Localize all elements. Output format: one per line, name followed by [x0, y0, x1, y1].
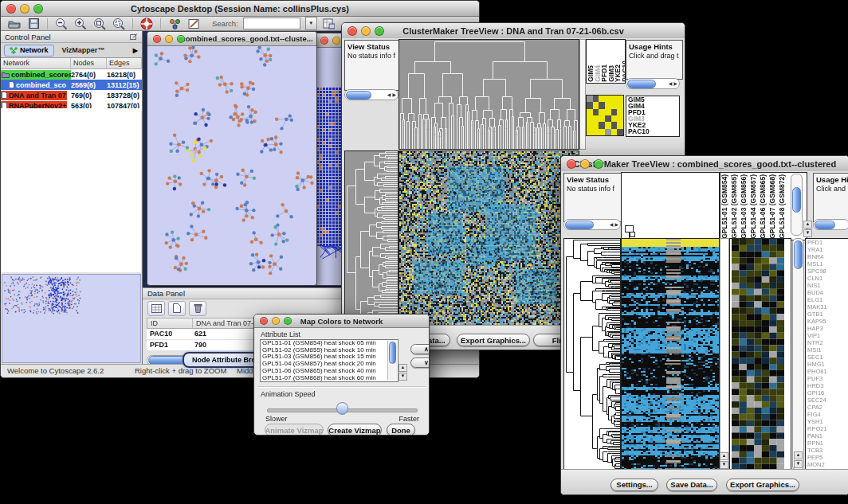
gene-label[interactable]: CLN1: [806, 275, 848, 282]
search-dropdown-arrow[interactable]: ▼: [305, 17, 317, 30]
scroll-right-icon[interactable]: ▶: [614, 222, 618, 227]
search-input[interactable]: [243, 18, 300, 29]
matrix-cell[interactable]: [587, 115, 593, 122]
close-button[interactable]: [6, 4, 16, 14]
move-down-button[interactable]: ∨: [410, 357, 430, 368]
zoom-selected-icon[interactable]: [112, 18, 126, 30]
open-icon[interactable]: [7, 18, 22, 30]
gene-label[interactable]: SEC24: [806, 397, 848, 404]
matrix-cell[interactable]: [611, 122, 618, 128]
scrollbar-thumb[interactable]: [565, 221, 594, 229]
attribute-listbox[interactable]: GPL51-01 (GSM854) heat shock 05 minGPL51…: [260, 339, 398, 382]
gene-label[interactable]: ELG1: [806, 296, 848, 303]
col-edges[interactable]: Edges: [107, 58, 142, 68]
scroll-up-icon[interactable]: ▲: [720, 452, 728, 460]
network-row[interactable]: combined_scores 2764(0) 16218(0): [1, 69, 142, 80]
gene-label[interactable]: HAP3: [806, 325, 848, 332]
minimize-button[interactable]: [332, 37, 340, 45]
delete-attribute-icon[interactable]: [189, 301, 206, 316]
matrix-cell[interactable]: [599, 122, 605, 128]
new-attribute-icon[interactable]: [168, 301, 186, 316]
vizmapper-icon[interactable]: [167, 18, 182, 30]
gene-label[interactable]: CPA2: [806, 404, 848, 411]
scroll-left-icon[interactable]: ◀: [669, 81, 673, 86]
network-row[interactable]: DNA and Tran 07 769(0) 183728(0): [1, 90, 142, 100]
matrix-cell[interactable]: [599, 109, 605, 115]
matrix-cell[interactable]: [587, 96, 593, 102]
scroll-up-icon[interactable]: ▲: [803, 221, 812, 229]
zoom-button[interactable]: [284, 317, 292, 325]
matrix-cell[interactable]: [611, 102, 618, 108]
gene-label[interactable]: MON2: [806, 461, 848, 468]
col-network[interactable]: Network: [1, 58, 71, 68]
scroll-left-icon[interactable]: ◀: [387, 92, 391, 97]
col-id[interactable]: ID: [147, 318, 193, 328]
submatrix-heatmap[interactable]: [586, 95, 624, 136]
col-nodes[interactable]: Nodes: [71, 58, 107, 68]
main-titlebar[interactable]: Cytoscape Desktop (Session Name: collins…: [1, 1, 479, 17]
column-dendrogram[interactable]: [398, 39, 579, 150]
column-labels-vscrollbar[interactable]: [791, 174, 803, 236]
column-dendrogram[interactable]: [621, 172, 720, 239]
matrix-cell[interactable]: [593, 115, 599, 122]
gene-label[interactable]: PFD1: [806, 239, 848, 246]
usage-hints-hscrollbar[interactable]: [813, 219, 848, 230]
scrollbar-thumb[interactable]: [389, 342, 396, 364]
close-button[interactable]: [260, 317, 268, 325]
zoom-button[interactable]: [375, 26, 384, 36]
attribute-item[interactable]: GPL51-07 (GSM868) heat shock 60 min: [261, 375, 398, 382]
matrix-cell[interactable]: [617, 115, 623, 122]
scroll-up-icon[interactable]: ▲: [794, 451, 803, 459]
gene-label[interactable]: SPC98: [806, 268, 848, 275]
move-up-button[interactable]: ∧: [410, 344, 430, 354]
export-table-icon[interactable]: [322, 18, 336, 30]
matrix-cell[interactable]: [599, 115, 605, 122]
matrix-cell[interactable]: [617, 129, 623, 135]
matrix-cell[interactable]: [605, 115, 611, 122]
matrix-cell[interactable]: [593, 129, 599, 135]
matrix-cell[interactable]: [611, 129, 618, 135]
close-button[interactable]: [320, 37, 328, 45]
scroll-down-icon[interactable]: ▼: [398, 373, 407, 381]
listbox-vscrollbar[interactable]: [387, 341, 397, 380]
scroll-right-icon[interactable]: ▶: [673, 81, 677, 86]
treeview-button[interactable]: Settings...: [610, 479, 658, 491]
attribute-grid-icon[interactable]: [147, 301, 165, 316]
matrix-cell[interactable]: [599, 129, 605, 135]
dialog-button[interactable]: Create Vizmap: [328, 424, 382, 436]
network-view-window[interactable]: combined_scores_good.txt--cluste...: [147, 31, 317, 286]
gene-label[interactable]: MSL1: [806, 260, 848, 268]
gene-label[interactable]: TCB3: [806, 447, 848, 454]
zoom-in-icon[interactable]: [73, 18, 88, 30]
matrix-cell[interactable]: [587, 122, 593, 128]
scroll-right-icon[interactable]: ▶: [392, 92, 396, 97]
matrix-cell[interactable]: [587, 102, 593, 108]
matrix-cell[interactable]: [605, 102, 611, 108]
matrix-cell[interactable]: [617, 109, 623, 115]
zoom-fit-icon[interactable]: [92, 18, 107, 30]
matrix-cell[interactable]: [599, 102, 605, 108]
gene-label[interactable]: HRD3: [806, 382, 848, 389]
matrix-cell[interactable]: [587, 129, 593, 135]
gene-label[interactable]: NTR2: [806, 339, 848, 346]
zoom-heatmap[interactable]: [732, 239, 784, 470]
minimize-button[interactable]: [165, 35, 173, 43]
close-button[interactable]: [153, 35, 161, 43]
gene-list[interactable]: GIM5GIM4PFD1GIM3YKE2PAC10: [626, 96, 680, 137]
zoom-button[interactable]: [177, 35, 185, 43]
row-dendrogram[interactable]: [563, 238, 621, 471]
gene-label[interactable]: PAN1: [806, 432, 848, 440]
gene-label[interactable]: PHO81: [806, 368, 848, 375]
scroll-down-icon[interactable]: ▼: [794, 460, 803, 468]
gene-label[interactable]: BUD4: [806, 289, 848, 296]
gene-label[interactable]: RPN1: [806, 440, 848, 447]
gene-label[interactable]: VIP1: [806, 332, 848, 339]
close-button[interactable]: [347, 26, 357, 36]
matrix-cell[interactable]: [605, 109, 611, 115]
matrix-cell[interactable]: [605, 129, 611, 135]
zoom-out-icon[interactable]: [54, 18, 69, 30]
gene-label[interactable]: MSI1: [806, 346, 848, 354]
view-status-hscrollbar[interactable]: ◀ ▶: [563, 219, 621, 230]
treeview-button[interactable]: Save Data...: [666, 479, 717, 491]
close-button[interactable]: [567, 159, 576, 169]
